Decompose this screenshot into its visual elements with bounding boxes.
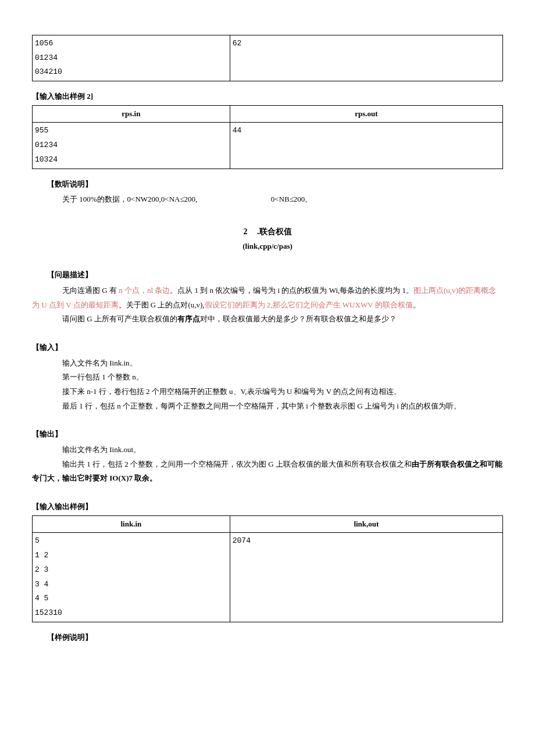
desc-p1c: 。点从 1 到 n 依次编号，编号为 i 的点的权值为 Wi,每条边的长度均为 … — [170, 286, 413, 295]
table3-out: 2074 — [233, 536, 251, 545]
table3-in: 5 1 2 2 3 3 4 4 5 152310 — [35, 536, 62, 617]
table1-out: 62 — [233, 39, 242, 48]
output-l2a: 输出共 1 行，包括 2 个整数，之间用一个空格隔开，依次为图 G 上联合权值的… — [62, 460, 412, 468]
desc-label: 【问题描述】 — [32, 268, 503, 282]
table3-in-cell: 5 1 2 2 3 3 4 4 5 152310 — [33, 533, 230, 622]
table2-header-out: rps.out — [230, 105, 502, 123]
input-label: 【输入】 — [32, 341, 503, 355]
desc-p2a: 请问图 G 上所有可产生联合权值的 — [62, 314, 177, 323]
desc-p1b: n 个点，nl 条边 — [119, 286, 170, 295]
desc-p1e: 。关于图 G 上的点对(u,v), — [119, 300, 205, 309]
desc-p1f: 假设它们的距离为 2,那么它们之间会产生 WUXWV 的联合权值 — [205, 300, 413, 309]
sample-table-3: link.in link,out 5 1 2 2 3 3 4 4 5 15231… — [32, 515, 503, 622]
table2-header-in: rps.in — [33, 105, 230, 123]
desc-p2: 请问图 G 上所有可产生联合权值的有序点对中，联合权值最大的是多少？所有联合权值… — [32, 312, 503, 327]
table2-out-cell: 44 — [230, 123, 502, 169]
data-desc-text: 关于 100%的数据，0<NW200,0<NA≤200, 0<NB≤200。 — [32, 192, 503, 207]
table1-in: 1056 01234 034210 — [35, 39, 62, 76]
table2-in-cell: 955 01234 10324 — [33, 123, 230, 169]
table3-out-cell: 2074 — [230, 533, 502, 622]
desc-p2c: 对中，联合权值最大的是多少？所有联合权值之和是多少？ — [200, 314, 397, 323]
problem2-title-text: .联合权值 — [257, 227, 292, 236]
sample-table-2: rps.in rps.out 955 01234 10324 44 — [32, 105, 503, 169]
sample3-label: 【输入输出样例】 — [32, 500, 503, 514]
table1-in-cell: 1056 01234 034210 — [33, 35, 230, 81]
table3-header-in: link.in — [33, 515, 230, 533]
sample-explain-label: 【样例说明】 — [32, 630, 503, 645]
table2-in: 955 01234 10324 — [35, 126, 58, 163]
input-l3: 接下来 n-1 行，卷行包括 2 个用空格隔开的正整数 u、V,表示编号为 U … — [32, 385, 503, 399]
table2-out: 44 — [233, 126, 242, 135]
desc-p1g: 。 — [413, 300, 420, 309]
sample-table-1: 1056 01234 034210 62 — [32, 35, 503, 81]
data-desc-label: 【数听说明】 — [32, 177, 503, 192]
output-label: 【输出】 — [32, 427, 503, 442]
problem2-num: 2 — [244, 227, 248, 236]
table1-out-cell: 62 — [230, 35, 502, 81]
desc-p2b: 有序点 — [177, 314, 200, 323]
input-l1: 输入文件名为 Iink.in。 — [32, 356, 503, 371]
problem2-subtitle: (link,cpp/c/pas) — [32, 239, 503, 254]
desc-p1a: 无向连通图 G 有 — [62, 286, 119, 295]
output-l2: 输出共 1 行，包括 2 个整数，之间用一个空格隔开，依次为图 G 上联合权值的… — [32, 457, 503, 486]
input-l2: 第一行包括 1 个整数 n。 — [32, 370, 503, 385]
sample2-label: 【输入输出样例 2] — [32, 89, 503, 104]
data-desc-b: 0<NB≤200。 — [271, 195, 313, 203]
desc-p1: 无向连通图 G 有 n 个点，nl 条边。点从 1 到 n 依次编号，编号为 i… — [32, 284, 503, 312]
input-l4: 最后 1 行，包括 n 个正整数，每两个正整数之间用一个空格隔开，其中第 i 个… — [32, 399, 503, 414]
data-desc-a: 关于 100%的数据，0<NW200,0<NA≤200, — [62, 195, 197, 203]
problem2-title: 2 .联合权值 — [32, 224, 503, 240]
table3-header-out: link,out — [230, 515, 502, 533]
output-l1: 输出文件名为 Iink.out。 — [32, 443, 503, 457]
